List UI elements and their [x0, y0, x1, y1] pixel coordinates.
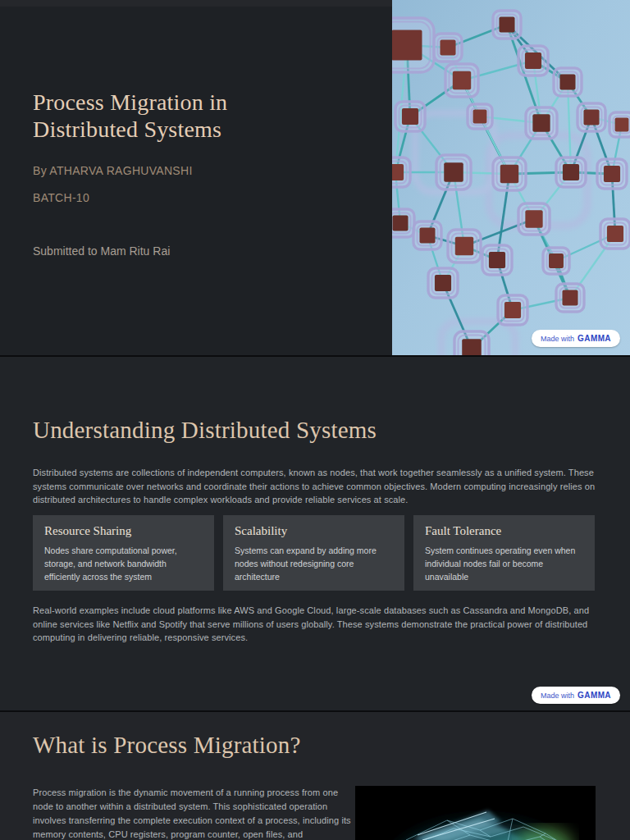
- card-scalability: Scalability Systems can expand by adding…: [223, 515, 404, 591]
- card-title: Fault Tolerance: [425, 524, 583, 538]
- understanding-outro-paragraph: Real-world examples include cloud platfo…: [33, 604, 607, 645]
- batch-label: BATCH-10: [33, 191, 89, 204]
- title-slide: Process Migration in Distributed Systems…: [0, 0, 630, 355]
- presentation-document: Process Migration in Distributed Systems…: [0, 0, 630, 840]
- gamma-logo-text: GAMMA: [578, 691, 611, 700]
- made-with-gamma-badge[interactable]: Made with GAMMA: [532, 687, 620, 704]
- badge-made-with-text: Made with: [541, 692, 574, 700]
- abstract-mesh-image: [355, 786, 596, 840]
- feature-cards-row: Resource Sharing Nodes share computation…: [33, 515, 595, 591]
- network-nodes-hero-image: [392, 0, 630, 355]
- made-with-gamma-badge[interactable]: Made with GAMMA: [532, 330, 620, 347]
- card-body: System continues operating even when ind…: [425, 544, 583, 583]
- card-body: Systems can expand by adding more nodes …: [235, 544, 393, 583]
- card-title: Scalability: [235, 524, 393, 538]
- migration-paragraph: Process migration is the dynamic movemen…: [33, 786, 357, 840]
- understanding-slide: Understanding Distributed Systems Distri…: [0, 357, 630, 710]
- migration-heading: What is Process Migration?: [33, 732, 301, 759]
- gamma-logo-text: GAMMA: [578, 334, 611, 343]
- author-byline: By ATHARVA RAGHUVANSHI: [33, 164, 193, 177]
- submitted-to-label: Submitted to Mam Ritu Rai: [33, 244, 170, 258]
- card-resource-sharing: Resource Sharing Nodes share computation…: [33, 515, 214, 591]
- presentation-title: Process Migration in Distributed Systems: [33, 89, 287, 143]
- badge-made-with-text: Made with: [541, 335, 574, 343]
- card-body: Nodes share computational power, storage…: [44, 544, 203, 583]
- process-migration-slide: What is Process Migration? Process migra…: [0, 712, 630, 840]
- understanding-heading: Understanding Distributed Systems: [33, 417, 607, 444]
- understanding-intro-paragraph: Distributed systems are collections of i…: [33, 466, 607, 507]
- card-title: Resource Sharing: [44, 524, 203, 538]
- card-fault-tolerance: Fault Tolerance System continues operati…: [413, 515, 595, 591]
